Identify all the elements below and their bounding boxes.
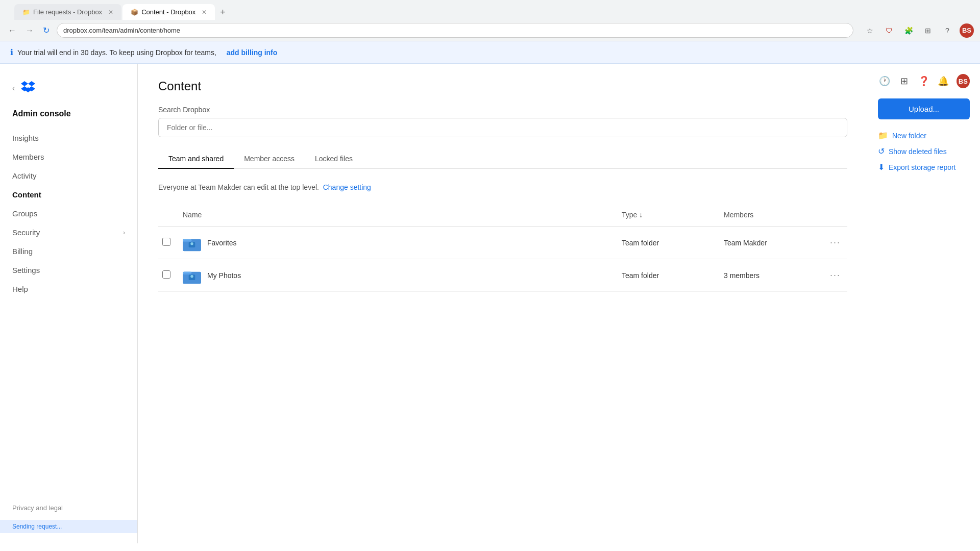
team-folder-icon xyxy=(183,266,201,285)
sidebar-item-billing-label: Billing xyxy=(12,247,125,256)
sidebar-back-arrow[interactable]: ‹ xyxy=(12,84,15,93)
tabs-bar: 📁 File requests - Dropbox ✕ 📦 Content - … xyxy=(10,4,234,20)
change-setting-link[interactable]: Change setting xyxy=(323,183,371,191)
sidebar-item-activity-label: Activity xyxy=(12,171,125,180)
search-wrapper xyxy=(158,118,847,137)
sidebar-item-groups[interactable]: Groups xyxy=(0,204,137,223)
row-1-checkbox[interactable] xyxy=(162,238,170,246)
show-deleted-link[interactable]: ↺ Show deleted files xyxy=(878,143,970,159)
export-report-link[interactable]: ⬇ Export storage report xyxy=(878,159,970,175)
new-folder-label: New folder xyxy=(892,132,926,140)
table-header-checkbox xyxy=(158,212,179,218)
sidebar-item-insights-label: Insights xyxy=(12,134,125,142)
tab-close-btn[interactable]: ✕ xyxy=(108,9,113,16)
sidebar-item-help-label: Help xyxy=(12,285,125,293)
tab-file-requests[interactable]: 📁 File requests - Dropbox ✕ xyxy=(14,4,121,20)
table-header: Name Type ↓ Members xyxy=(158,204,847,227)
chevron-right-icon: › xyxy=(123,229,125,236)
content-table: Name Type ↓ Members xyxy=(158,204,847,292)
sidebar-item-members-label: Members xyxy=(12,153,125,161)
admin-console-label: Admin console xyxy=(0,109,137,129)
sidebar-item-members[interactable]: Members xyxy=(0,147,137,166)
svg-rect-9 xyxy=(190,278,194,280)
tab-close-btn[interactable]: ✕ xyxy=(202,9,207,16)
new-folder-link[interactable]: 📁 New folder xyxy=(878,128,970,143)
tab-favicon: 📦 xyxy=(131,9,138,16)
table-row: My Photos Team folder 3 members ··· xyxy=(158,259,847,292)
forward-button[interactable]: → xyxy=(23,24,36,37)
browser-titlebar: 📁 File requests - Dropbox ✕ 📦 Content - … xyxy=(0,0,980,20)
page-title: Content xyxy=(158,79,847,93)
privacy-legal-link[interactable]: Privacy and legal xyxy=(0,496,137,520)
row-1-actions-cell: ··· xyxy=(822,231,847,254)
grid-icon[interactable]: ⊞ xyxy=(897,74,911,88)
team-folder-icon xyxy=(183,234,201,252)
add-billing-link[interactable]: add billing info xyxy=(227,48,278,57)
table-header-name: Name xyxy=(179,208,618,222)
status-bar: Sending request... xyxy=(0,520,137,533)
help-icon[interactable]: ? xyxy=(940,23,954,38)
trial-banner: ℹ Your trial will end in 30 days. To kee… xyxy=(0,41,980,64)
row-checkbox-cell xyxy=(158,234,179,252)
sidebar: ‹ Admin console Insights Members xyxy=(0,64,138,543)
row-1-name: Favorites xyxy=(207,239,237,247)
tab-team-and-shared[interactable]: Team and shared xyxy=(158,149,234,169)
browser-chrome: 📁 File requests - Dropbox ✕ 📦 Content - … xyxy=(0,0,980,41)
row-1-type: Team folder xyxy=(618,235,720,251)
new-tab-button[interactable]: + xyxy=(216,5,230,20)
dropbox-logo-icon xyxy=(21,79,35,97)
sidebar-logo[interactable]: ‹ xyxy=(0,74,137,109)
sidebar-item-content-label: Content xyxy=(12,190,125,199)
row-2-checkbox[interactable] xyxy=(162,270,170,279)
new-folder-icon: 📁 xyxy=(878,131,888,140)
extensions-icon[interactable]: 🧩 xyxy=(901,23,916,38)
tab-favicon: 📁 xyxy=(22,9,30,16)
browser-toolbar-icons: ☆ 🛡 🧩 ⊞ ? BS xyxy=(863,23,974,38)
bell-icon[interactable]: 🔔 xyxy=(937,74,950,88)
sidebar-item-groups-label: Groups xyxy=(12,209,125,218)
row-2-actions-cell: ··· xyxy=(822,264,847,287)
shield-icon[interactable]: 🛡 xyxy=(882,23,896,38)
reload-button[interactable]: ↻ xyxy=(41,23,52,37)
trial-banner-text: Your trial will end in 30 days. To keep … xyxy=(17,48,216,57)
tab-label: File requests - Dropbox xyxy=(33,8,102,16)
search-label: Search Dropbox xyxy=(158,106,847,114)
sidebar-item-billing[interactable]: Billing xyxy=(0,242,137,261)
bookmark-icon[interactable]: ☆ xyxy=(863,23,877,38)
clock-icon[interactable]: 🕐 xyxy=(878,74,891,88)
sidebar-item-help[interactable]: Help xyxy=(0,280,137,298)
tab-member-access[interactable]: Member access xyxy=(234,149,305,169)
export-report-label: Export storage report xyxy=(889,163,956,171)
tab-label: Content - Dropbox xyxy=(141,8,195,16)
table-row: Favorites Team folder Team Makder ··· xyxy=(158,227,847,259)
multiwindow-icon[interactable]: ⊞ xyxy=(921,23,935,38)
row-1-members: Team Makder xyxy=(720,235,822,251)
row-2-name: My Photos xyxy=(207,271,241,280)
back-button[interactable]: ← xyxy=(6,24,18,37)
svg-point-3 xyxy=(190,242,193,245)
question-icon[interactable]: ❓ xyxy=(917,74,930,88)
main-content: Content Search Dropbox Team and shared M… xyxy=(138,64,868,543)
app-layout: ‹ Admin console Insights Members xyxy=(0,64,980,543)
tab-content[interactable]: 📦 Content - Dropbox ✕ xyxy=(122,4,215,20)
sidebar-nav: Insights Members Activity Content Groups… xyxy=(0,129,137,496)
sidebar-item-activity[interactable]: Activity xyxy=(0,166,137,185)
address-input[interactable] xyxy=(57,23,853,38)
sidebar-item-security-label: Security xyxy=(12,228,119,237)
row-1-more-button[interactable]: ··· xyxy=(826,235,845,250)
profile-avatar[interactable]: BS xyxy=(960,23,974,38)
tab-locked-files[interactable]: Locked files xyxy=(305,149,363,169)
row-2-members: 3 members xyxy=(720,267,822,284)
table-header-type[interactable]: Type ↓ xyxy=(618,208,720,222)
user-avatar[interactable]: BS xyxy=(957,74,970,88)
sidebar-item-settings[interactable]: Settings xyxy=(0,261,137,280)
sidebar-item-content[interactable]: Content xyxy=(0,185,137,204)
sidebar-item-security[interactable]: Security › xyxy=(0,223,137,242)
right-panel: 🕐 ⊞ ❓ 🔔 BS Upload... 📁 New folder ↺ Show… xyxy=(868,64,980,543)
upload-button[interactable]: Upload... xyxy=(878,98,970,119)
search-input[interactable] xyxy=(158,118,847,137)
row-2-more-button[interactable]: ··· xyxy=(826,268,845,283)
sidebar-item-insights[interactable]: Insights xyxy=(0,129,137,147)
top-icons-row: 🕐 ⊞ ❓ 🔔 BS xyxy=(878,74,970,88)
row-checkbox-cell xyxy=(158,266,179,284)
